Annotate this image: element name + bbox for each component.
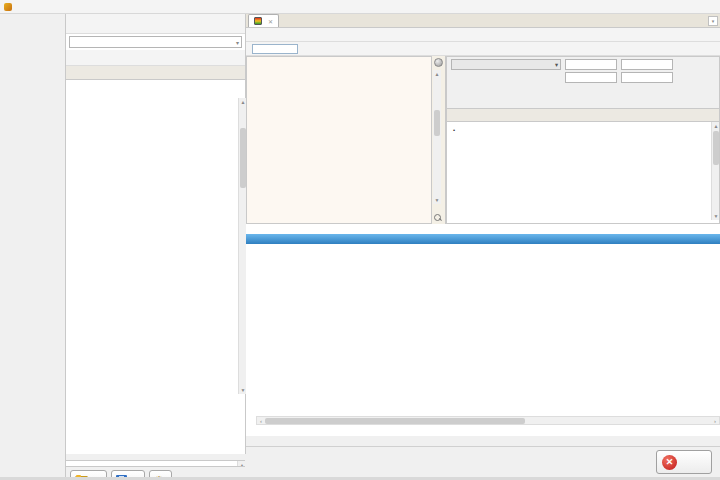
chevron-down-icon: ▾ <box>236 39 239 46</box>
scroll-left-icon[interactable]: ‹ <box>257 417 265 425</box>
chevron-down-icon: ▾ <box>555 61 558 68</box>
soft-min-input[interactable] <box>565 59 617 70</box>
maximize-button[interactable] <box>680 1 698 13</box>
adjust-input[interactable] <box>252 44 298 54</box>
document-tab-bar: ✕ ▾ <box>246 14 720 28</box>
tree-toolbar-top <box>66 14 245 34</box>
graph-splitter[interactable]: ▲ ▼ <box>432 56 446 224</box>
bottom-bar: ✕ <box>246 446 720 480</box>
hard-min-input[interactable] <box>565 72 617 83</box>
tab-list-dropdown[interactable]: ▾ <box>708 16 718 26</box>
table-cube-icon <box>254 17 262 25</box>
app-icon <box>4 3 12 11</box>
info-column: ▾ • ▲ ▼ <box>446 56 720 224</box>
tab-b5101[interactable]: ✕ <box>248 14 279 27</box>
tree-toolbar-bottom <box>66 50 245 66</box>
scroll-up-icon[interactable]: ▲ <box>712 122 720 130</box>
units-select[interactable]: ▾ <box>451 59 561 70</box>
info-scrollbar[interactable]: ▲ ▼ <box>711 122 719 220</box>
hard-max-input[interactable] <box>621 72 673 83</box>
graph-scrollbar[interactable]: ▲ ▼ <box>433 70 441 204</box>
scrollbar-thumb[interactable] <box>265 418 525 424</box>
info-description: • ▲ ▼ <box>447 122 719 222</box>
tree-tabs <box>66 66 245 80</box>
spark-table-pane: ‹ › <box>246 224 720 436</box>
close-red-icon: ✕ <box>662 455 677 470</box>
scroll-down-icon[interactable]: ▼ <box>433 196 441 204</box>
magnifier-icon[interactable] <box>434 214 442 222</box>
table-toolbar-row2 <box>246 42 720 56</box>
left-nav <box>0 14 66 480</box>
splitter-knob-icon[interactable] <box>434 58 443 67</box>
soft-max-input[interactable] <box>621 59 673 70</box>
surface-chart-pane[interactable] <box>246 56 432 224</box>
scroll-up-icon[interactable]: ▲ <box>433 70 441 78</box>
document-area: ✕ ▾ ▲ ▼ ▾ <box>246 14 720 480</box>
close-window-button[interactable] <box>698 1 716 13</box>
table-horizontal-scrollbar[interactable]: ‹ › <box>256 416 720 425</box>
surface-chart <box>247 57 431 223</box>
x-axis-title <box>246 234 720 244</box>
scroll-down-icon[interactable]: ▼ <box>712 212 720 220</box>
tree-panel: ▾ ▲ ▼ • ▲ ▼ ▾ ▾ ⚙ <box>66 14 246 454</box>
table-toolbar-row1 <box>246 28 720 42</box>
scrollbar-thumb[interactable] <box>713 131 719 165</box>
tab-close-icon[interactable]: ✕ <box>268 18 273 25</box>
search-combo[interactable]: ▾ <box>69 36 242 48</box>
close-button[interactable]: ✕ <box>656 450 712 474</box>
title-bar <box>0 0 720 14</box>
tree-scrollbar[interactable]: ▲ ▼ <box>238 98 246 394</box>
display-units-box: ▾ <box>447 57 719 109</box>
scrollbar-thumb[interactable] <box>434 110 440 136</box>
minimize-button[interactable] <box>662 1 680 13</box>
info-tabs <box>447 109 719 122</box>
scroll-right-icon[interactable]: › <box>711 417 719 425</box>
table-title <box>246 224 720 234</box>
